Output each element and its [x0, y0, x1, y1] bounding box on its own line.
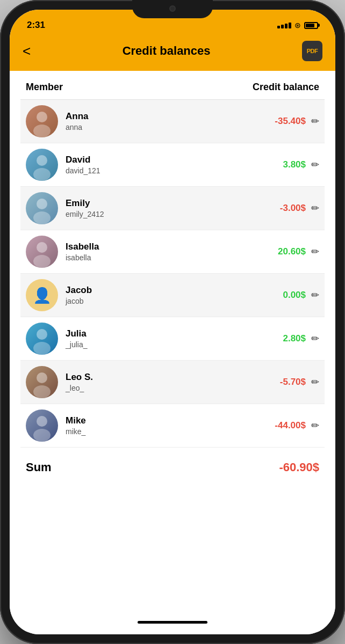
member-name: Jacob: [66, 285, 283, 296]
phone-screen: 2:31 ⊛ < Credit balances PDF: [10, 10, 335, 634]
balance-area: 3.80$ ✏: [283, 159, 319, 171]
svg-point-2: [37, 155, 47, 166]
svg-point-8: [37, 329, 47, 340]
member-username: anna: [66, 123, 275, 131]
member-info: Emily emily_2412: [66, 198, 280, 218]
avatar-image: [26, 366, 58, 398]
status-icons: ⊛: [277, 21, 318, 30]
member-info: Julia _julia_: [66, 328, 283, 349]
balance-value: -44.00$: [275, 420, 306, 431]
member-name: Leo S.: [66, 372, 280, 383]
pdf-button[interactable]: PDF: [302, 41, 322, 61]
avatar: [26, 192, 58, 224]
edit-icon[interactable]: ✏: [311, 159, 319, 171]
avatar: [26, 149, 58, 181]
back-button[interactable]: <: [23, 44, 31, 58]
avatar-image: [26, 192, 58, 224]
avatar: [26, 236, 58, 268]
sum-row: Sum -60.90$: [20, 448, 325, 487]
edit-icon[interactable]: ✏: [311, 420, 319, 431]
svg-point-1: [33, 125, 51, 137]
edit-icon[interactable]: ✏: [311, 202, 319, 214]
avatar: 👤: [26, 279, 58, 311]
svg-point-7: [33, 255, 51, 268]
member-name: Emily: [66, 198, 280, 209]
svg-point-3: [33, 168, 51, 181]
balance-area: 2.80$ ✏: [283, 333, 319, 345]
balance-area: 0.00$ ✏: [283, 289, 319, 301]
svg-point-6: [37, 242, 47, 253]
avatar-image: [26, 409, 58, 442]
member-row: Leo S. _leo_ -5.70$ ✏: [20, 361, 325, 404]
wifi-icon: ⊛: [294, 21, 301, 30]
camera: [169, 5, 176, 12]
balance-value: 0.00$: [283, 290, 306, 301]
col-balance-header: Credit balance: [253, 82, 319, 93]
edit-icon[interactable]: ✏: [311, 376, 319, 388]
avatar-image: [26, 323, 58, 355]
edit-icon[interactable]: ✏: [311, 289, 319, 301]
col-member-header: Member: [26, 82, 63, 93]
svg-point-10: [37, 372, 47, 383]
person-icon: 👤: [33, 287, 52, 304]
edit-icon[interactable]: ✏: [311, 333, 319, 345]
sum-value: -60.90$: [279, 460, 319, 474]
member-name: Isabella: [66, 241, 278, 252]
home-indicator: [10, 616, 335, 634]
edit-icon[interactable]: ✏: [311, 246, 319, 258]
sum-label: Sum: [26, 460, 52, 474]
balance-value: 3.80$: [283, 159, 306, 170]
avatar-image: [26, 236, 58, 268]
member-row: Anna anna -35.40$ ✏: [20, 100, 325, 143]
page-title: Credit balances: [123, 44, 211, 58]
signal-icon: [277, 23, 291, 28]
balance-area: -35.40$ ✏: [275, 115, 319, 127]
member-name: Mike: [66, 415, 275, 426]
svg-point-0: [37, 112, 47, 122]
member-name: Anna: [66, 111, 275, 122]
member-list: Anna anna -35.40$ ✏ David david_121 3.80…: [20, 100, 325, 448]
member-username: emily_2412: [66, 210, 280, 218]
content-area: Member Credit balance Anna anna -35.40$ …: [10, 71, 335, 616]
svg-point-4: [37, 199, 47, 209]
member-info: David david_121: [66, 155, 283, 175]
member-username: _leo_: [66, 384, 280, 392]
balance-value: 20.60$: [278, 246, 306, 257]
member-name: Julia: [66, 328, 283, 339]
svg-point-12: [37, 416, 47, 427]
avatar: [26, 105, 58, 137]
svg-point-13: [33, 429, 51, 442]
svg-point-5: [33, 211, 51, 224]
member-row: Mike mike_ -44.00$ ✏: [20, 404, 325, 448]
edit-icon[interactable]: ✏: [311, 115, 319, 127]
status-time: 2:31: [27, 20, 45, 31]
svg-point-11: [33, 385, 51, 398]
avatar: [26, 366, 58, 398]
member-info: Leo S. _leo_: [66, 372, 280, 392]
top-nav: < Credit balances PDF: [10, 35, 335, 71]
balance-area: 20.60$ ✏: [278, 246, 319, 258]
balance-value: 2.80$: [283, 333, 306, 344]
table-header: Member Credit balance: [20, 71, 325, 100]
avatar-image: [26, 105, 58, 137]
pdf-label: PDF: [307, 48, 318, 54]
battery-icon: [304, 22, 318, 29]
svg-point-9: [33, 342, 51, 355]
avatar: [26, 323, 58, 355]
balance-value: -5.70$: [280, 377, 306, 387]
home-bar: [138, 621, 207, 624]
member-username: isabella: [66, 253, 278, 262]
member-username: david_121: [66, 166, 283, 175]
member-row: Julia _julia_ 2.80$ ✏: [20, 317, 325, 361]
member-row: Isabella isabella 20.60$ ✏: [20, 230, 325, 274]
balance-value: -35.40$: [275, 116, 306, 127]
member-info: Anna anna: [66, 111, 275, 131]
balance-area: -3.00$ ✏: [280, 202, 319, 214]
notch: [132, 0, 213, 18]
member-info: Isabella isabella: [66, 241, 278, 262]
member-username: jacob: [66, 297, 283, 305]
member-info: Jacob jacob: [66, 285, 283, 305]
member-info: Mike mike_: [66, 415, 275, 436]
balance-value: -3.00$: [280, 203, 306, 214]
member-username: _julia_: [66, 340, 283, 349]
